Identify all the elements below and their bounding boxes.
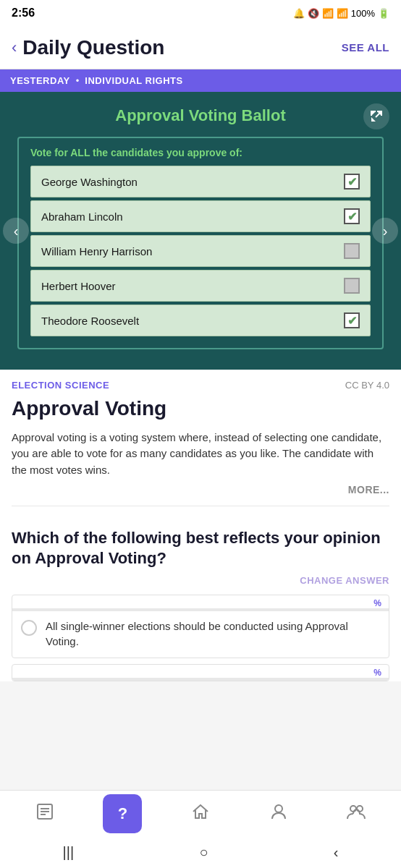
nav-question[interactable]: ?: [103, 794, 142, 833]
change-answer-button[interactable]: CHANGE ANSWER: [12, 575, 389, 586]
candidate-name: Herbert Hoover: [41, 280, 116, 292]
expand-button[interactable]: [363, 103, 389, 129]
checkbox-harrison[interactable]: [344, 243, 360, 259]
home-gesture-icon[interactable]: ○: [199, 844, 208, 861]
tag-bar: YESTERDAY • INDIVIDUAL RIGHTS: [0, 69, 401, 92]
checkbox-roosevelt[interactable]: ✔: [344, 312, 360, 328]
ballot-title: Approval Voting Ballot: [17, 106, 384, 125]
battery-text: 100%: [351, 8, 375, 19]
tag-separator: •: [76, 75, 80, 86]
ballot-row: Theodore Roosevelt ✔: [30, 305, 371, 336]
groups-icon: [347, 802, 366, 825]
source-label: ELECTION SCIENCE: [12, 380, 109, 391]
back-button[interactable]: ‹: [12, 38, 17, 57]
article-title: Approval Voting: [12, 396, 389, 421]
radio-button-1[interactable]: [21, 620, 37, 636]
yesterday-tag: YESTERDAY: [10, 75, 70, 86]
ballot-container: Approval Voting Ballot Vote for ALL the …: [0, 92, 401, 370]
nav-profile[interactable]: [259, 794, 298, 833]
ballot-row: Herbert Hoover: [30, 270, 371, 302]
question-icon: ?: [118, 804, 127, 823]
bottom-nav: ?: [0, 790, 401, 836]
ballot-row: George Washington ✔: [30, 166, 371, 197]
prev-arrow[interactable]: ‹: [3, 218, 29, 244]
ballot-row: William Henry Harrison: [30, 235, 371, 267]
checkbox-hoover[interactable]: [344, 278, 360, 294]
ballot-row: Abraham Lincoln ✔: [30, 200, 371, 232]
status-icons: 🔔 🔇 📶 📶 100% 🔋: [293, 8, 389, 19]
question-title: Which of the following best reflects you…: [12, 528, 389, 568]
percent-bar-1: [12, 608, 389, 611]
gesture-bar: ||| ○ ‹: [0, 836, 401, 868]
battery-icon: 🔋: [378, 8, 389, 19]
ballot-card: Vote for ALL the candidates you approve …: [17, 137, 384, 349]
category-tag: INDIVIDUAL RIGHTS: [85, 75, 182, 86]
checkbox-lincoln[interactable]: ✔: [344, 208, 360, 224]
profile-icon: [269, 802, 288, 825]
page-title: Daily Question: [22, 36, 341, 59]
candidate-name: Abraham Lincoln: [41, 210, 123, 223]
source-line: ELECTION SCIENCE CC BY 4.0: [12, 380, 389, 391]
next-arrow[interactable]: ›: [372, 218, 398, 244]
status-bar: 2:56 🔔 🔇 📶 📶 100% 🔋: [0, 0, 401, 26]
mute-icon: 🔇: [308, 8, 319, 19]
percent-label-1: %: [12, 595, 389, 608]
percent-bar-2: [12, 678, 389, 681]
answer-option-1[interactable]: % All single-winner elections should be …: [12, 595, 389, 658]
home-icon: [191, 802, 210, 825]
top-nav: ‹ Daily Question SEE ALL: [0, 26, 401, 69]
ballot-instruction: Vote for ALL the candidates you approve …: [30, 147, 371, 158]
page-wrapper: 2:56 🔔 🔇 📶 📶 100% 🔋 ‹ Daily Question SEE…: [0, 0, 401, 765]
status-time: 2:56: [12, 7, 35, 20]
answer-option-2[interactable]: %: [12, 664, 389, 681]
candidate-name: William Henry Harrison: [41, 245, 152, 258]
checkbox-george[interactable]: ✔: [344, 174, 360, 190]
license-label: CC BY 4.0: [345, 380, 389, 391]
alarm-icon: 🔔: [293, 8, 305, 19]
svg-point-5: [275, 805, 282, 812]
answer-row-1: All single-winner elections should be co…: [12, 611, 389, 658]
nav-groups[interactable]: [337, 794, 376, 833]
nav-feed[interactable]: [25, 794, 64, 833]
recent-apps-icon[interactable]: |||: [63, 844, 75, 861]
back-gesture-icon[interactable]: ‹: [334, 844, 339, 861]
candidate-name: Theodore Roosevelt: [41, 315, 139, 327]
answer-text-1: All single-winner elections should be co…: [46, 618, 380, 649]
signal-icon: 📶: [337, 8, 348, 19]
nav-home[interactable]: [181, 794, 220, 833]
question-section: Which of the following best reflects you…: [0, 516, 401, 681]
percent-label-2: %: [12, 665, 389, 678]
wifi-icon: 📶: [322, 8, 334, 19]
content-area: ELECTION SCIENCE CC BY 4.0 Approval Voti…: [0, 370, 401, 516]
candidate-name: George Washington: [41, 176, 138, 188]
more-link[interactable]: MORE...: [12, 484, 389, 506]
see-all-button[interactable]: SEE ALL: [342, 41, 389, 54]
feed-icon: [35, 802, 54, 825]
article-body: Approval voting is a voting system where…: [12, 430, 389, 479]
